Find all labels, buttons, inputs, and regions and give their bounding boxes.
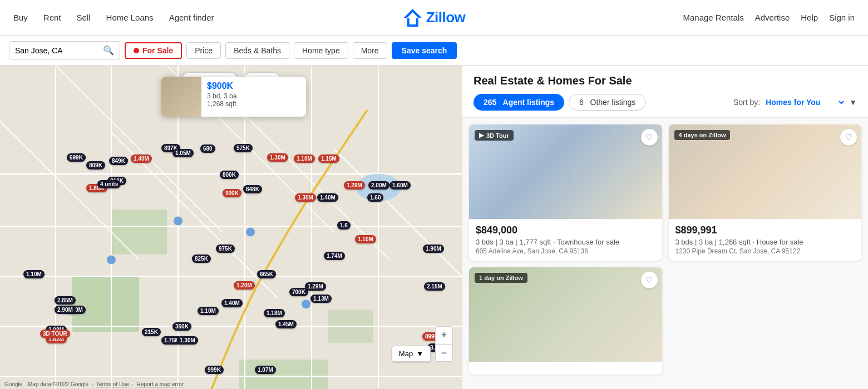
more-button[interactable]: More — [353, 42, 387, 59]
popup-sqft: 1,268 sqft — [207, 100, 236, 108]
price-pin-13[interactable]: 1.60M — [389, 181, 411, 189]
zoom-in-button[interactable]: + — [435, 326, 453, 344]
price-pin-12[interactable]: 2.00M — [368, 181, 389, 189]
price-pin-41[interactable]: 1.30M — [177, 336, 198, 345]
search-input[interactable] — [15, 46, 98, 55]
price-pin-34[interactable]: 1.40M — [221, 299, 243, 307]
card-badge-1: ▶ 3D Tour — [475, 130, 514, 141]
nav-home-loans[interactable]: Home Loans — [106, 13, 154, 22]
price-pin-14[interactable]: 800K — [220, 171, 239, 179]
nav-help[interactable]: Help — [801, 13, 818, 22]
price-pin-10[interactable]: 1.15M — [318, 154, 339, 163]
price-pin-21[interactable]: 1.60 — [367, 193, 383, 202]
price-pin-37[interactable]: 1.45M — [275, 320, 297, 328]
card-address-1: 605 Adeline Ave, San Jose, CA 95136 — [476, 247, 655, 255]
price-pin-25[interactable]: 1.29M — [305, 282, 326, 291]
search-input-wrap[interactable]: 🔍 — [9, 41, 120, 59]
navbar: Buy Rent Sell Home Loans Agent finder Zi… — [0, 0, 868, 36]
favorite-button-3[interactable]: ♡ — [641, 272, 658, 288]
zoom-out-button[interactable]: − — [435, 344, 453, 362]
card-body-1: $849,000 3 bds | 3 ba | 1,777 sqft · Tow… — [469, 219, 662, 261]
price-pin-8[interactable]: 1.30M — [267, 153, 288, 162]
price-pin-6[interactable]: 680 — [200, 144, 215, 153]
price-pin-36[interactable]: 350K — [172, 322, 191, 331]
price-pin-42[interactable]: 1.10M — [23, 270, 45, 278]
price-pin-38[interactable]: 1.18M — [264, 309, 285, 317]
listing-card-3[interactable]: 1 day on Zillow ♡ — [469, 267, 662, 375]
price-pin-31[interactable]: 825K — [192, 255, 211, 263]
map-background: Schools ▼ Draw $900K 3 bd, 3 ba 1,268 sq… — [0, 66, 462, 389]
listings-title: Real Estate & Homes For Sale — [474, 74, 857, 87]
home-type-button[interactable]: Home type — [294, 42, 348, 59]
price-pin-23[interactable]: 1.6 — [337, 221, 351, 230]
card-badge-2: 4 days on Zillow — [674, 130, 731, 140]
nav-sell[interactable]: Sell — [77, 13, 91, 22]
price-pin-27[interactable]: 1.13M — [310, 295, 332, 303]
save-search-button[interactable]: Save search — [392, 42, 457, 59]
price-pin-30[interactable]: 975K — [216, 245, 235, 253]
listing-card-2[interactable]: 4 days on Zillow ♡ $899,991 3 bds | 3 ba… — [669, 124, 862, 261]
nav-advertise[interactable]: Advertise — [755, 13, 790, 22]
nav-buy[interactable]: Buy — [13, 13, 28, 22]
zillow-logo-icon — [403, 8, 423, 28]
card-specs-1: 3 bds | 3 ba | 1,777 sqft · Townhouse fo… — [476, 238, 655, 246]
price-pin-26[interactable]: 700K — [289, 288, 308, 296]
svg-rect-1 — [111, 210, 167, 255]
map-container[interactable]: Schools ▼ Draw $900K 3 bd, 3 ba 1,268 sq… — [0, 66, 462, 389]
for-sale-button[interactable]: For Sale — [125, 42, 182, 59]
price-pin-32[interactable]: 665K — [257, 270, 276, 278]
svg-rect-3 — [239, 360, 328, 389]
price-pin-51[interactable]: 1.07M — [255, 366, 276, 374]
price-pin-15[interactable]: 848K — [243, 185, 262, 193]
price-pin-20[interactable]: 1.40M — [317, 193, 338, 202]
price-pin-1[interactable]: 809K — [86, 161, 105, 169]
svg-point-23 — [174, 217, 183, 226]
nav-rent[interactable]: Rent — [43, 13, 61, 22]
nav-sign-in[interactable]: Sign in — [829, 13, 855, 22]
listing-popup[interactable]: $900K 3 bd, 3 ba 1,268 sqft — [161, 77, 306, 117]
listings-panel: Real Estate & Homes For Sale 265 Agent l… — [462, 66, 868, 389]
price-pin-2[interactable]: 849K — [109, 157, 128, 165]
price-pin-22[interactable]: 1.10M — [355, 235, 376, 243]
price-pin-3[interactable]: 1.40M — [131, 154, 152, 163]
other-count: 6 — [579, 98, 584, 107]
price-pin-24[interactable]: 1.74M — [324, 252, 345, 260]
price-pin-9[interactable]: 1.10M — [294, 154, 315, 163]
beds-baths-button[interactable]: Beds & Baths — [225, 42, 289, 59]
price-pin-11[interactable]: 1.29M — [344, 181, 365, 189]
nav-agent-finder[interactable]: Agent finder — [169, 13, 214, 22]
other-label: Other listings — [590, 98, 636, 107]
price-pin-45[interactable]: 2.90M — [55, 306, 76, 314]
price-pin-43[interactable]: 2.85M — [55, 296, 76, 305]
price-pin-0[interactable]: 699K — [67, 153, 86, 162]
price-pin-28[interactable]: 1.90M — [423, 245, 444, 253]
agent-listings-tab[interactable]: 265 Agent listings — [474, 94, 564, 111]
price-pin-16[interactable]: 900K — [223, 189, 241, 197]
map-type-button[interactable]: Map ▼ — [392, 346, 431, 362]
price-pin-19[interactable]: 1.35M — [295, 193, 316, 202]
price-pin-48[interactable]: 3D TOUR — [40, 330, 70, 338]
zillow-logo[interactable]: Zillow — [403, 8, 466, 28]
nav-manage-rentals[interactable]: Manage Rentals — [683, 13, 744, 22]
map-attribution: Google — [4, 381, 22, 387]
price-pin-50[interactable]: 999K — [205, 366, 224, 374]
price-pin-39[interactable]: 215K — [142, 328, 161, 336]
price-pin-5[interactable]: 1.05M — [172, 149, 194, 157]
popup-image — [161, 77, 201, 117]
map-zoom-controls: + − — [435, 326, 453, 362]
other-listings-tab[interactable]: 6 Other listings — [569, 94, 646, 111]
sort-select[interactable]: Homes for You Newest Price (High to Low)… — [763, 97, 846, 107]
card-body-3 — [469, 362, 662, 375]
search-bar: 🔍 For Sale Price Beds & Baths Home type … — [0, 36, 868, 66]
favorite-button-2[interactable]: ♡ — [840, 129, 857, 146]
nav-left: Buy Rent Sell Home Loans Agent finder — [13, 13, 214, 22]
listing-card-1[interactable]: ▶ 3D Tour ♡ $849,000 3 bds | 3 ba | 1,77… — [469, 124, 662, 261]
price-pin-33[interactable]: 1.20M — [234, 281, 255, 290]
price-button[interactable]: Price — [186, 42, 221, 59]
price-pin-59[interactable]: 4 units — [97, 180, 121, 188]
favorite-button-1[interactable]: ♡ — [641, 129, 658, 146]
search-icon[interactable]: 🔍 — [103, 45, 114, 56]
price-pin-35[interactable]: 1.10M — [198, 307, 219, 315]
price-pin-29[interactable]: 2.15M — [424, 282, 445, 291]
price-pin-7[interactable]: 575K — [234, 144, 253, 152]
